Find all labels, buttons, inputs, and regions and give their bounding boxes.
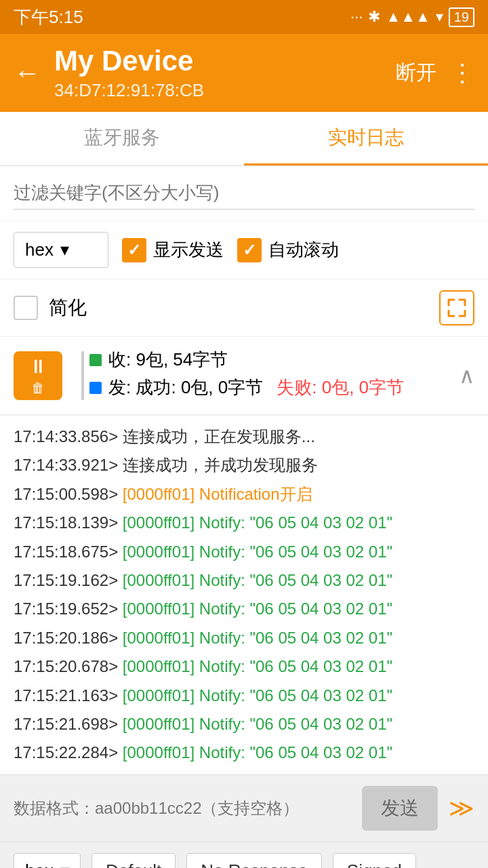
simplify-label: 简化 — [49, 295, 87, 321]
log-text: [0000ff01] Notify: "06 05 04 03 02 01" — [118, 715, 392, 733]
stats-divider — [81, 351, 84, 400]
log-entry: 17:15:22.284> [0000ff01] Notify: "06 05 … — [14, 738, 474, 767]
log-entry: 17:15:19.162> [0000ff01] Notify: "06 05 … — [14, 566, 474, 595]
wifi-icon: ▾ — [436, 8, 443, 26]
log-entry: 17:15:18.675> [0000ff01] Notify: "06 05 … — [14, 538, 474, 566]
format-select-arrow: ▾ — [60, 239, 69, 260]
auto-scroll-checkbox[interactable]: ✓ — [237, 238, 262, 262]
status-bar: 下午5:15 ··· ✱ ▲▲▲ ▾ 19 — [0, 0, 488, 34]
header-title-area: My Device 34:D7:12:91:78:CB — [54, 45, 396, 101]
send-button[interactable]: 发送 — [362, 786, 438, 831]
auto-scroll-label: 自动滚动 — [268, 238, 339, 262]
log-entry: 17:15:20.678> [0000ff01] Notify: "06 05 … — [14, 652, 474, 681]
log-text: [0000ff01] Notify: "06 05 04 03 02 01" — [118, 629, 392, 647]
format-select-value: hex — [25, 239, 54, 260]
log-text: 连接成功，并成功发现服务 — [118, 456, 318, 474]
header-actions: 断开 ⋮ — [396, 59, 474, 87]
back-button[interactable]: ← — [14, 58, 41, 88]
collapse-button[interactable]: ∧ — [459, 363, 474, 389]
log-entry: 17:15:20.186> [0000ff01] Notify: "06 05 … — [14, 624, 474, 652]
tabs-bar: 蓝牙服务 实时日志 — [0, 112, 488, 166]
log-text: [0000ff01] Notify: "06 05 04 03 02 01" — [118, 686, 392, 705]
received-row: 收: 9包, 54字节 — [89, 348, 459, 372]
log-timestamp: 17:15:21.163> — [14, 686, 118, 705]
log-text: [0000ff01] Notify: "06 05 04 03 02 01" — [118, 571, 392, 589]
default-button[interactable]: Default — [92, 853, 176, 868]
received-dot — [89, 354, 102, 366]
tab-bluetooth[interactable]: 蓝牙服务 — [0, 112, 244, 165]
filter-input[interactable] — [14, 177, 474, 210]
sent-dot — [89, 382, 102, 394]
show-send-checkbox[interactable]: ✓ — [122, 238, 146, 262]
send-format-value: hex — [25, 861, 54, 868]
log-text: [0000ff01] Notify: "06 05 04 03 02 01" — [118, 513, 392, 532]
log-entry: 17:15:00.598> [0000ff01] Notification开启 — [14, 480, 474, 509]
dots-icon: ··· — [350, 8, 363, 26]
header: ← My Device 34:D7:12:91:78:CB 断开 ⋮ — [0, 34, 488, 112]
simplify-checkbox[interactable] — [14, 296, 38, 320]
stats-panel: ⏸ 🗑 收: 9包, 54字节 发: 成功: 0包, 0字节 失败: 0包, 0… — [0, 337, 488, 416]
auto-scroll-checkbox-label[interactable]: ✓ 自动滚动 — [237, 238, 339, 262]
format-select[interactable]: hex ▾ — [14, 232, 108, 268]
log-entry: 17:14:33.921> 连接成功，并成功发现服务 — [14, 451, 474, 479]
battery-text: 19 — [449, 7, 474, 27]
send-area: 发送 ≫ — [0, 774, 488, 842]
log-timestamp: 17:15:19.162> — [14, 571, 118, 589]
expand-down-icon[interactable]: ≫ — [449, 794, 474, 823]
disconnect-button[interactable]: 断开 — [396, 59, 436, 87]
show-send-label: 显示发送 — [153, 238, 224, 262]
fail-label: 失败: 0包, 0字节 — [277, 376, 404, 399]
log-timestamp: 17:15:20.186> — [14, 629, 118, 647]
signed-button[interactable]: Signed — [333, 853, 416, 868]
log-entry: 17:15:19.652> [0000ff01] Notify: "06 05 … — [14, 595, 474, 623]
log-timestamp: 17:14:33.921> — [14, 456, 118, 474]
log-timestamp: 17:15:21.698> — [14, 715, 118, 733]
log-timestamp: 17:15:18.139> — [14, 513, 118, 532]
expand-icon[interactable] — [439, 290, 474, 326]
log-timestamp: 17:14:33.856> — [14, 427, 118, 446]
log-text: [0000ff01] Notify: "06 05 04 03 02 01" — [118, 743, 392, 762]
log-timestamp: 17:15:22.284> — [14, 743, 118, 762]
controls-row: hex ▾ ✓ 显示发送 ✓ 自动滚动 — [0, 221, 488, 279]
log-entry: 17:15:21.698> [0000ff01] Notify: "06 05 … — [14, 710, 474, 738]
sent-row: 发: 成功: 0包, 0字节 失败: 0包, 0字节 — [89, 376, 459, 399]
simplify-left: 简化 — [14, 295, 87, 321]
show-send-checkbox-label[interactable]: ✓ 显示发送 — [122, 238, 224, 262]
log-text: [0000ff01] Notify: "06 05 04 03 02 01" — [118, 599, 392, 618]
stats-content: 收: 9包, 54字节 发: 成功: 0包, 0字节 失败: 0包, 0字节 — [89, 348, 459, 403]
signal-icon: ▲▲▲ — [386, 8, 430, 26]
bluetooth-icon: ✱ — [368, 8, 380, 26]
status-icons: ··· ✱ ▲▲▲ ▾ 19 — [350, 7, 474, 27]
status-time: 下午5:15 — [14, 5, 83, 29]
simplify-row: 简化 — [0, 279, 488, 337]
send-format-select[interactable]: hex ▾ — [14, 853, 81, 868]
log-text: [0000ff01] Notify: "06 05 04 03 02 01" — [118, 542, 392, 561]
device-address: 34:D7:12:91:78:CB — [54, 80, 396, 101]
log-text: 连接成功，正在发现服务... — [118, 427, 315, 446]
sent-label: 发: 成功: 0包, 0字节 — [108, 376, 263, 399]
filter-area — [0, 166, 488, 221]
send-input[interactable] — [14, 799, 351, 818]
send-options-row: hex ▾ Default No Response Signed — [0, 842, 488, 868]
device-title: My Device — [54, 45, 396, 77]
tab-realtime[interactable]: 实时日志 — [244, 112, 488, 165]
send-format-arrow: ▾ — [60, 861, 69, 868]
stats-icon: ⏸ 🗑 — [14, 351, 62, 400]
log-text: [0000ff01] Notification开启 — [118, 485, 312, 503]
log-area: 17:14:33.856> 连接成功，正在发现服务...17:14:33.921… — [0, 416, 488, 774]
log-text: [0000ff01] Notify: "06 05 04 03 02 01" — [118, 657, 392, 675]
received-label: 收: 9包, 54字节 — [108, 348, 228, 372]
log-timestamp: 17:15:18.675> — [14, 542, 118, 561]
log-entry: 17:14:33.856> 连接成功，正在发现服务... — [14, 422, 474, 451]
more-menu-button[interactable]: ⋮ — [450, 59, 474, 87]
log-timestamp: 17:15:00.598> — [14, 485, 118, 503]
no-response-button[interactable]: No Response — [186, 853, 322, 868]
log-timestamp: 17:15:19.652> — [14, 599, 118, 618]
log-entry: 17:15:18.139> [0000ff01] Notify: "06 05 … — [14, 509, 474, 537]
log-timestamp: 17:15:20.678> — [14, 657, 118, 675]
log-entry: 17:15:21.163> [0000ff01] Notify: "06 05 … — [14, 682, 474, 710]
